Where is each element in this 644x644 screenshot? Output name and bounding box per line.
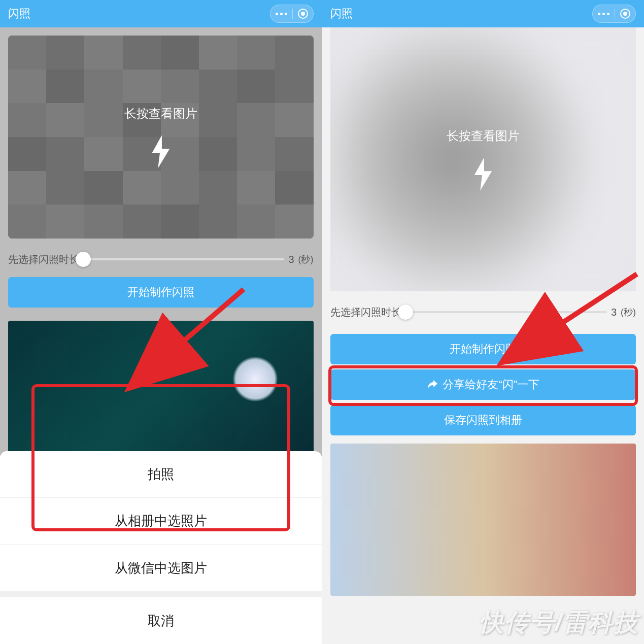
moon-graphic	[232, 356, 278, 402]
capsule-controls	[592, 5, 636, 23]
slider-thumb[interactable]	[76, 252, 91, 267]
app-title: 闪照	[8, 6, 30, 21]
image-preview[interactable]: 长按查看图片	[8, 36, 314, 239]
image-preview[interactable]: 长按查看图片	[330, 27, 636, 291]
ad-banner[interactable]	[330, 444, 636, 596]
share-button-label: 分享给好友“闪”一下	[443, 377, 539, 392]
divider	[615, 9, 615, 19]
app-title: 闪照	[330, 6, 353, 21]
ad-banner[interactable]	[8, 321, 314, 463]
sheet-gap	[0, 591, 322, 597]
make-button[interactable]: 开始制作闪照	[8, 277, 314, 308]
option-from-album[interactable]: 从相册中选照片	[0, 498, 322, 545]
slider-label: 先选择闪照时长	[8, 253, 79, 266]
option-take-photo[interactable]: 拍照	[0, 451, 322, 498]
share-button[interactable]: 分享给好友“闪”一下	[330, 369, 636, 400]
slider-label: 先选择闪照时长	[330, 306, 401, 319]
capsule-controls	[270, 5, 314, 23]
preview-hint: 长按查看图片	[447, 128, 520, 144]
preview-hint: 长按查看图片	[124, 106, 197, 122]
header: 闪照	[0, 0, 322, 27]
duration-slider-row: 先选择闪照时长 3 (秒)	[322, 299, 645, 325]
action-sheet: 拍照 从相册中选照片 从微信中选图片 取消	[0, 451, 322, 644]
duration-slider[interactable]	[405, 311, 607, 313]
lightning-icon	[149, 135, 173, 168]
make-button[interactable]: 开始制作闪照	[330, 334, 636, 364]
duration-slider-row: 先选择闪照时长 3 (秒)	[0, 247, 322, 272]
close-target-icon[interactable]	[298, 9, 308, 19]
slider-value: 3	[611, 307, 617, 318]
option-cancel[interactable]: 取消	[0, 597, 322, 644]
close-target-icon[interactable]	[620, 9, 630, 19]
header: 闪照	[322, 0, 645, 27]
divider	[292, 9, 293, 19]
screen-right: 闪照 长按查看图片 先选择闪照时长 3 (秒) 开始制作闪照 分享给好友“闪”一…	[322, 0, 645, 644]
duration-slider[interactable]	[83, 258, 284, 260]
option-from-wechat[interactable]: 从微信中选图片	[0, 545, 322, 591]
screen-left: 闪照 长按查看图片 先选择闪照时长 3 (秒) 开始制作闪照 拍照	[0, 0, 322, 644]
menu-icon[interactable]	[598, 13, 609, 15]
slider-thumb[interactable]	[398, 304, 413, 320]
save-button[interactable]: 保存闪照到相册	[330, 405, 636, 435]
menu-icon[interactable]	[276, 13, 287, 15]
slider-unit: (秒)	[298, 253, 314, 265]
lightning-icon	[471, 157, 495, 191]
watermark: 快传号/雷科技	[479, 606, 639, 639]
slider-unit: (秒)	[621, 306, 636, 318]
share-icon	[426, 379, 438, 391]
slider-value: 3	[288, 254, 294, 265]
